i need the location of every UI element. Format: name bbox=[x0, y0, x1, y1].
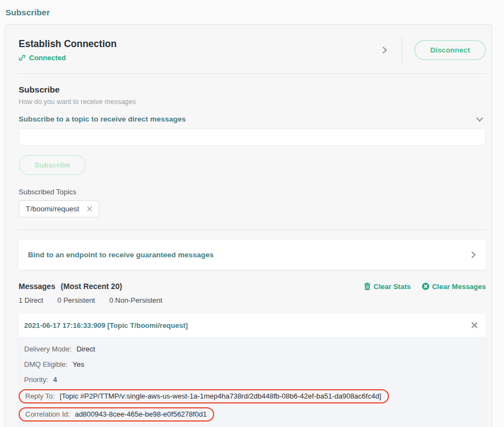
field-label: Priority: bbox=[24, 376, 48, 384]
message-card-header: 2021-06-17 17:16:33:909 [Topic T/boomi/r… bbox=[19, 314, 486, 337]
close-x-icon bbox=[87, 206, 93, 212]
messages-title-text: Messages bbox=[19, 282, 55, 291]
connection-status-label: Connected bbox=[29, 54, 66, 62]
field-value: [Topic #P2P/TTMP/v:single-aws-us-west-1a… bbox=[60, 392, 381, 400]
messages-actions: Clear Stats Clear Messages bbox=[364, 282, 486, 291]
message-card: 2021-06-17 17:16:33:909 [Topic T/boomi/r… bbox=[19, 314, 486, 427]
clear-messages-button[interactable]: Clear Messages bbox=[422, 282, 486, 291]
field-value: 4 bbox=[53, 376, 57, 384]
topic-chip-label: T/boomi/request bbox=[26, 205, 79, 213]
direct-messages-header[interactable]: Subscribe to a topic to receive direct m… bbox=[19, 115, 486, 123]
annotation-ellipse: Correlation Id: ad800943-8cee-465e-be98-… bbox=[19, 407, 214, 422]
subscribe-button[interactable]: Subscribe bbox=[19, 155, 86, 175]
messages-title: Messages (Most Recent 20) bbox=[19, 282, 122, 291]
subscriber-panel: Establish Connection Connected bbox=[5, 24, 492, 427]
connection-expand-button[interactable] bbox=[380, 44, 390, 56]
field-value: Yes bbox=[72, 360, 84, 368]
message-properties: Delivery Mode: Direct DMQ Eligible: Yes … bbox=[19, 337, 486, 427]
divider bbox=[19, 229, 486, 230]
close-x-icon bbox=[471, 322, 478, 328]
chevron-right-icon bbox=[471, 251, 476, 259]
field-label: Delivery Mode: bbox=[24, 345, 72, 353]
field-label: Reply To: bbox=[25, 392, 55, 400]
divider bbox=[19, 73, 486, 74]
circle-x-icon bbox=[422, 282, 429, 290]
field-reply-to: Reply To: [Topic #P2P/TTMP/v:single-aws-… bbox=[24, 389, 480, 403]
messages-subtitle-text: (Most Recent 20) bbox=[61, 282, 122, 291]
vertical-divider bbox=[402, 37, 402, 63]
bind-endpoint-heading: Bind to an endpoint to receive guarantee… bbox=[28, 251, 214, 259]
subscribe-subtitle: How do you want to receive messages bbox=[19, 98, 486, 106]
field-label: DMQ Eligible: bbox=[24, 360, 67, 368]
direct-messages-heading: Subscribe to a topic to receive direct m… bbox=[19, 115, 186, 123]
connection-status: Connected bbox=[19, 54, 117, 62]
field-value: Direct bbox=[77, 345, 95, 353]
field-dmq-eligible: DMQ Eligible: Yes bbox=[24, 359, 480, 370]
connection-controls: Disconnect bbox=[380, 37, 486, 63]
disconnect-button[interactable]: Disconnect bbox=[414, 40, 486, 60]
stat-non-persistent: 0 Non-Persistent bbox=[109, 296, 162, 304]
field-priority: Priority: 4 bbox=[24, 374, 480, 385]
message-stats: 1 Direct 0 Persistent 0 Non-Persistent bbox=[19, 296, 486, 304]
messages-header: Messages (Most Recent 20) Clear Stats bbox=[19, 282, 486, 291]
chevron-right-icon bbox=[382, 46, 387, 54]
connection-info: Establish Connection Connected bbox=[19, 38, 117, 62]
page-title: Subscriber bbox=[5, 8, 50, 18]
topic-chip: T/boomi/request bbox=[19, 200, 99, 217]
field-delivery-mode: Delivery Mode: Direct bbox=[24, 343, 480, 355]
clear-stats-button[interactable]: Clear Stats bbox=[364, 282, 411, 291]
bind-endpoint-card[interactable]: Bind to an endpoint to receive guarantee… bbox=[19, 240, 486, 270]
clear-messages-label: Clear Messages bbox=[432, 282, 486, 291]
topic-chip-remove-button[interactable] bbox=[86, 205, 93, 212]
link-icon bbox=[19, 54, 26, 61]
field-correlation-id: Correlation Id: ad800943-8cee-465e-be98-… bbox=[24, 407, 480, 422]
connection-title: Establish Connection bbox=[19, 38, 117, 50]
subscribed-topics-label: Subscribed Topics bbox=[19, 188, 486, 196]
trash-icon bbox=[364, 282, 371, 290]
message-close-button[interactable] bbox=[470, 321, 479, 330]
stat-persistent: 0 Persistent bbox=[58, 296, 95, 304]
topic-input[interactable] bbox=[19, 129, 486, 146]
annotation-ellipse: Reply To: [Topic #P2P/TTMP/v:single-aws-… bbox=[19, 389, 389, 403]
chevron-down-icon[interactable] bbox=[476, 117, 484, 122]
stat-direct: 1 Direct bbox=[19, 296, 43, 304]
field-label: Correlation Id: bbox=[25, 410, 70, 418]
field-value: ad800943-8cee-465e-be98-e0f56278f0d1 bbox=[75, 410, 207, 418]
message-timestamp: 2021-06-17 17:16:33:909 [Topic T/boomi/r… bbox=[24, 321, 188, 330]
establish-connection-section: Establish Connection Connected bbox=[19, 25, 486, 63]
clear-stats-label: Clear Stats bbox=[374, 282, 411, 291]
subscribe-title: Subscribe bbox=[19, 85, 486, 95]
